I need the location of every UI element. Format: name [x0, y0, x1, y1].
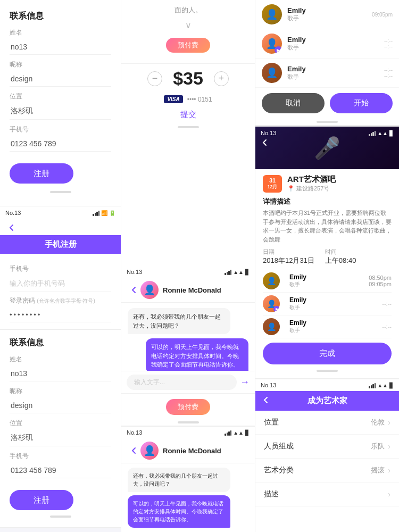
- status-bar-1: No.13 📶 🔋: [0, 206, 121, 219]
- battery-chat: ▊: [245, 269, 250, 275]
- become-signal: [369, 382, 376, 388]
- event-detail-section: No.13 ▲▲ ▊ 🎤 31 12月: [255, 126, 399, 378]
- location-label-2: 位置: [10, 419, 111, 428]
- no13-label-chat: No.13: [127, 269, 142, 275]
- chat-send-button-1[interactable]: →: [240, 377, 250, 388]
- battery-icon: 🔋: [109, 210, 115, 216]
- chevron-down-icon[interactable]: ∨: [130, 18, 246, 32]
- register-button-2[interactable]: 注册: [10, 490, 73, 510]
- become-location-right: 伦敦 ›: [371, 418, 390, 427]
- back-button-chat-2[interactable]: [128, 444, 140, 457]
- price-display: $35: [173, 68, 203, 89]
- battery-chat-2: ▊: [245, 430, 250, 436]
- chat-fade-area: 面的人。 ∨ 预付费: [121, 0, 255, 64]
- event-back-button[interactable]: [261, 138, 269, 149]
- phone-input-field[interactable]: 输入你的手机号码: [10, 276, 111, 292]
- msg-left-1: 还有，我必须带我的几个朋友一起过去，没问题吧？: [128, 308, 230, 334]
- signal-icon-chat: [225, 269, 231, 275]
- location-pin-icon: 📍: [287, 185, 295, 192]
- become-location-item[interactable]: 位置 伦敦 ›: [255, 411, 399, 435]
- become-art-label: 艺术分类: [264, 466, 294, 475]
- location-value: 洛杉矶: [10, 103, 111, 120]
- artist-info-1: Emily 歌手: [287, 36, 384, 52]
- prepay-pill-top[interactable]: 预付费: [166, 38, 210, 53]
- wifi-chat: ▲▲: [233, 269, 244, 275]
- phone-registration-title: 手机注册: [0, 235, 121, 254]
- event-wifi: ▲▲: [377, 130, 388, 136]
- chat-header-1: 👤 Ronnie McDonald: [121, 278, 255, 303]
- complete-button[interactable]: 完成: [263, 343, 392, 364]
- location-value-2: 洛杉矶: [10, 430, 111, 446]
- contact-title: 联系信息: [10, 11, 111, 22]
- event-meta-row: 日期 2018年12月31日 时间 上午08:40: [263, 248, 392, 265]
- prepay-bottom-pill[interactable]: 预付费: [166, 399, 210, 415]
- artist-list-section: 👤 Emily 歌手 09:05pm ▶ 👤 Emily 歌手 --:----:…: [255, 0, 399, 126]
- fade-text: 面的人。: [130, 5, 246, 15]
- password-field[interactable]: ••••••••: [10, 307, 111, 322]
- artist-role-2: 歌手: [287, 73, 384, 81]
- artist-role-1: 歌手: [287, 44, 384, 52]
- visa-row: VISA •••• 0151: [121, 93, 255, 105]
- artist-time-0: 09:05pm: [372, 12, 393, 18]
- phone-label-2: 手机号: [10, 452, 111, 461]
- event-artist-slot-2: 👤 Emily 歌手 --:--: [263, 315, 392, 338]
- chat-input-box-1[interactable]: 输入文字...: [127, 375, 237, 390]
- event-slot-time-1: --:--: [365, 301, 392, 307]
- no13-label-1: No.13: [5, 210, 21, 216]
- status-icons-1: 📶 🔋: [93, 210, 115, 216]
- event-battery: ▊: [389, 130, 394, 136]
- become-artist-section: No.13 ▲▲ ▊ 成为艺术家 位置 伦敦 › 人员组成: [255, 378, 399, 532]
- phone-input-section: 手机号 输入你的手机号码 登录密码 (允许包含数字字母·符号) ••••••••: [0, 254, 121, 329]
- price-minus-button[interactable]: −: [147, 71, 162, 86]
- contact-info-bottom: 联系信息 姓名 no13 昵称 design 位置 洛杉矶 手机号 0123 4…: [0, 329, 121, 527]
- password-hint: (允许包含数字字母·符号): [37, 298, 95, 304]
- become-back-button[interactable]: [262, 396, 270, 406]
- wifi-chat-2: ▲▲: [233, 430, 244, 436]
- become-desc-item[interactable]: 描述 ›: [255, 483, 399, 506]
- register-button[interactable]: 注册: [10, 163, 73, 184]
- scroll-indicator-col2-2: [178, 421, 199, 423]
- submit-link[interactable]: 提交: [121, 105, 255, 124]
- phone-num-label: 手机号: [10, 264, 111, 273]
- start-button[interactable]: 开始: [330, 93, 393, 113]
- play-badge-1: ▶: [273, 306, 280, 312]
- back-button-1[interactable]: [5, 221, 18, 234]
- col2-bottom-section: No.13 ▲▲ ▊ 👤 Ronnie McDonald 还有，我必须带我的几个…: [121, 266, 255, 532]
- phone-label: 手机号: [10, 125, 111, 134]
- back-button-chat-1[interactable]: [128, 284, 140, 296]
- artist-item-2: 👤 Emily 歌手 --:----:--: [255, 59, 399, 88]
- no13-event: No.13: [261, 130, 276, 136]
- scroll-indicator-1: [50, 191, 71, 193]
- price-area: − $35 +: [121, 64, 255, 93]
- artist-role-0: 歌手: [287, 14, 372, 22]
- price-plus-button[interactable]: +: [214, 71, 229, 86]
- ronnie-avatar-2: 👤: [140, 442, 159, 460]
- become-desc-label: 描述: [264, 489, 279, 499]
- ronnie-avatar-icon: 👤: [144, 284, 155, 296]
- event-date-meta: 日期 2018年12月31日: [263, 248, 314, 265]
- event-artist-icon-0: 👤: [267, 277, 276, 285]
- play-badge: ▶: [275, 46, 282, 54]
- artist-info-2: Emily 歌手: [287, 65, 384, 81]
- event-date-num: 31: [269, 177, 276, 184]
- name-label: 姓名: [10, 28, 111, 37]
- event-header-row: 31 12月 ART艺术酒吧 📍 建设路257号: [263, 174, 392, 193]
- time-meta-value: 上午08:40: [325, 256, 356, 265]
- event-venue-name: ART艺术酒吧: [287, 174, 336, 185]
- scroll-indicator-col3-1: [317, 121, 338, 123]
- become-members-item[interactable]: 人员组成 乐队 ›: [255, 435, 399, 459]
- event-artist-info-0: Emily 歌手: [289, 273, 306, 288]
- name-label-2: 姓名: [10, 355, 111, 364]
- event-desc-title: 详情描述: [263, 197, 392, 206]
- chevron-right-icon-4: ›: [388, 490, 390, 498]
- date-meta-value: 2018年12月31日: [263, 256, 314, 265]
- contact-title-2: 联系信息: [10, 337, 111, 348]
- become-art-item[interactable]: 艺术分类 摇滚 ›: [255, 459, 399, 483]
- artist-avatar-2: 👤: [262, 63, 282, 83]
- chat-status-bar-2: No.13 ▲▲ ▊: [121, 427, 255, 438]
- event-venue-addr: 📍 建设路257号: [287, 185, 336, 193]
- nickname-label: 昵称: [10, 60, 111, 69]
- event-slot-time-0: 08:50pm09:05pm: [365, 275, 392, 287]
- artist-name-1: Emily: [287, 36, 384, 44]
- cancel-button[interactable]: 取消: [262, 93, 325, 113]
